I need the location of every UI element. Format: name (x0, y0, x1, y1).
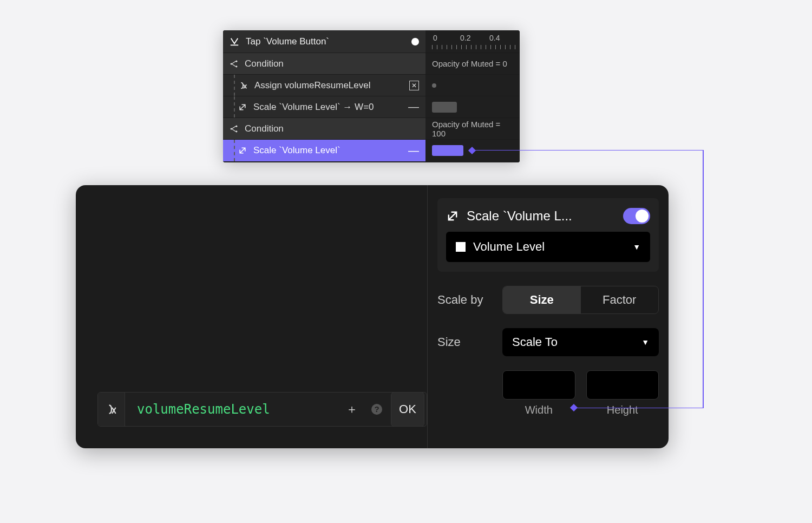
record-indicator-icon (411, 38, 419, 45)
close-icon[interactable]: ✕ (409, 81, 419, 90)
timeline-actions-column: Tap `Volume Button` Condition Assign vol… (223, 30, 425, 162)
scale-by-row: Scale by Size Factor (437, 286, 659, 314)
timeline-header[interactable]: Tap `Volume Button` (223, 30, 425, 53)
track-text: Opacity of Muted = 100 (432, 120, 513, 138)
timeline-track-cond1: Opacity of Muted = 0 (425, 53, 520, 75)
timeline-track-scale-w0 (425, 96, 520, 118)
segment-factor[interactable]: Factor (581, 286, 659, 313)
target-label: Volume Level (473, 240, 625, 254)
timeline-row-label: Condition (245, 58, 419, 69)
timeline-row-condition-1[interactable]: Condition (223, 53, 425, 75)
branch-icon (230, 60, 238, 68)
target-swatch-icon (456, 242, 466, 252)
target-dropdown[interactable]: Volume Level ▼ (446, 232, 650, 262)
height-label: Height (586, 404, 659, 416)
height-input[interactable] (586, 370, 659, 400)
timeline-panel: Tap `Volume Button` Condition Assign vol… (223, 30, 520, 162)
scale-icon (446, 210, 459, 223)
fx-icon (238, 81, 248, 90)
formula-bar: volumeResumeLevel ＋ ? OK (97, 392, 427, 427)
keyframe-dot-icon[interactable] (432, 83, 436, 88)
svg-text:?: ? (374, 404, 379, 414)
ruler-marks (432, 45, 520, 49)
ruler-tick: 0.4 (489, 34, 500, 42)
track-text: Opacity of Muted = 0 (432, 59, 507, 68)
width-input[interactable] (502, 370, 575, 400)
timeline-row-scale-selected[interactable]: Scale `Volume Level` — (223, 140, 425, 161)
scale-icon (238, 146, 247, 155)
collapse-icon[interactable]: — (408, 101, 419, 113)
timeline-row-condition-2[interactable]: Condition (223, 118, 425, 140)
size-row: Size Scale To ▼ (437, 328, 659, 356)
inspector-panel: volumeResumeLevel ＋ ? OK Scale `Volume L… (76, 185, 669, 448)
timeline-row-label: Scale `Volume Level` → W=0 (253, 102, 402, 113)
animation-bar[interactable] (432, 145, 463, 156)
timeline-track-assign (425, 75, 520, 96)
ruler-tick: 0 (433, 34, 437, 42)
wh-labels: Width Height (502, 404, 659, 416)
svg-point-2 (235, 60, 237, 62)
inspector-properties: Scale `Volume L... Volume Level ▼ Scale … (428, 185, 669, 448)
svg-point-3 (235, 66, 237, 67)
segment-size[interactable]: Size (503, 286, 581, 313)
timeline-header-title: Tap `Volume Button` (246, 36, 405, 47)
animation-bar[interactable] (432, 102, 457, 113)
fx-icon (98, 393, 125, 426)
branch-icon (230, 125, 238, 133)
inspector-canvas-area: volumeResumeLevel ＋ ? OK (76, 185, 428, 448)
action-card-title: Scale `Volume L... (467, 208, 615, 224)
timeline-row-label: Condition (245, 123, 419, 134)
action-enabled-toggle[interactable] (623, 208, 650, 224)
scale-by-label: Scale by (437, 293, 492, 307)
collapse-icon[interactable]: — (408, 145, 419, 157)
ok-button-label: OK (399, 402, 416, 416)
scale-icon (238, 103, 247, 112)
chevron-down-icon: ▼ (641, 338, 649, 347)
size-label: Size (437, 335, 492, 349)
timeline-track-cond2: Opacity of Muted = 100 (425, 118, 520, 140)
svg-point-5 (235, 125, 237, 127)
timeline-row-label: Assign volumeResumeLevel (254, 80, 403, 91)
action-card: Scale `Volume L... Volume Level ▼ (437, 198, 659, 272)
width-label: Width (502, 404, 575, 416)
timeline-ruler[interactable]: 0 0.2 0.4 (425, 30, 520, 53)
size-mode-dropdown[interactable]: Scale To ▼ (502, 328, 659, 356)
ruler-tick: 0.2 (460, 34, 470, 42)
ok-button[interactable]: OK (391, 392, 424, 427)
help-icon[interactable]: ? (366, 398, 388, 420)
timeline-row-label: Scale `Volume Level` (253, 145, 402, 156)
formula-input[interactable]: volumeResumeLevel (128, 402, 338, 417)
timeline-track-column: 0 0.2 0.4 Opacity of Muted = 0 Opacity o… (425, 30, 520, 162)
chevron-down-icon: ▼ (633, 243, 640, 251)
tap-icon (230, 37, 239, 47)
svg-point-6 (235, 130, 237, 132)
timeline-row-assign[interactable]: Assign volumeResumeLevel ✕ (223, 75, 425, 96)
connector-line (703, 150, 704, 408)
add-icon[interactable]: ＋ (341, 398, 363, 420)
timeline-row-scale-w0[interactable]: Scale `Volume Level` → W=0 — (223, 96, 425, 118)
wh-inputs (502, 370, 659, 400)
size-mode-label: Scale To (512, 335, 641, 349)
scale-by-segment: Size Factor (502, 286, 659, 314)
